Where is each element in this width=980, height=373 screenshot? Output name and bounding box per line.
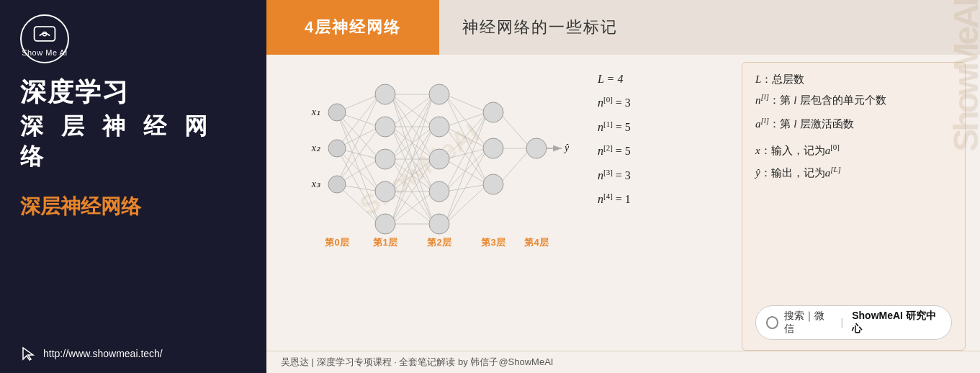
notation-line1: L：总层数 xyxy=(755,73,952,86)
svg-text:ŷ: ŷ xyxy=(563,143,569,153)
eq-n2: n[2] = 5 xyxy=(598,141,727,161)
tab-orange: 4层神经网络 xyxy=(266,0,439,55)
notation-line4: x：输入，记为a[0] xyxy=(755,143,952,158)
website-link[interactable]: http://www.showmeai.tech/ xyxy=(20,346,163,361)
svg-point-64 xyxy=(328,104,346,121)
logo-area: Show Me AI xyxy=(20,14,69,63)
svg-line-52 xyxy=(445,159,487,184)
page-title: 神经网络的一些标记 xyxy=(462,17,618,38)
footer-bar: 吴恩达 | 深度学习专项课程 · 全套笔记解读 by 韩信子@ShowMeAI xyxy=(266,351,980,373)
notation-left: L = 4 n[0] = 3 n[1] = 5 n[2] = 5 n[3] = … xyxy=(598,62,727,351)
footer-text: 吴恩达 | 深度学习专项课程 · 全套笔记解读 by 韩信子@ShowMeAI xyxy=(281,356,553,367)
search-brand: ShowMeAI 研究中心 xyxy=(852,310,941,336)
svg-text:x₃: x₃ xyxy=(311,179,321,189)
notation-line2: n[l]：第 l 层包含的单元个数 xyxy=(755,92,952,107)
svg-text:x₂: x₂ xyxy=(311,143,320,153)
svg-text:第3层: 第3层 xyxy=(481,237,505,248)
logo-text: Show Me AI xyxy=(22,48,68,57)
svg-marker-2 xyxy=(23,348,33,360)
svg-line-9 xyxy=(337,94,379,148)
left-panel: Show Me AI 深度学习 深 层 神 经 网 络 深层神经网络 http:… xyxy=(0,0,266,373)
notation-right: L：总层数 n[l]：第 l 层包含的单元个数 a[l]：第 l 层激活函数 x… xyxy=(742,62,966,351)
sub-title: 深 层 神 经 网 络 xyxy=(20,112,246,171)
search-icon xyxy=(766,316,778,329)
tab-label: 4层神经网络 xyxy=(305,17,401,38)
website-url: http://www.showmeai.tech/ xyxy=(43,348,163,359)
svg-point-75 xyxy=(429,84,449,104)
logo-icon xyxy=(32,21,58,47)
svg-line-44 xyxy=(445,94,487,112)
svg-point-76 xyxy=(429,117,449,137)
svg-line-8 xyxy=(337,112,379,224)
nn-diagram: ShowMeAI xyxy=(281,62,583,351)
eq-n0: n[0] = 3 xyxy=(598,93,727,113)
svg-point-82 xyxy=(483,174,503,194)
svg-line-61 xyxy=(499,148,531,184)
svg-point-65 xyxy=(328,140,346,157)
svg-text:x₁: x₁ xyxy=(311,107,320,117)
svg-text:第1层: 第1层 xyxy=(373,237,397,248)
svg-text:第2层: 第2层 xyxy=(427,237,451,248)
eq-n4: n[4] = 1 xyxy=(598,189,727,210)
main-title: 深度学习 xyxy=(20,76,130,107)
right-panel: ShowMeAI 4层神经网络 神经网络的一些标记 ShowMeAI xyxy=(266,0,980,373)
search-text: 搜索｜微信 xyxy=(784,310,832,336)
svg-point-80 xyxy=(483,102,503,122)
svg-point-78 xyxy=(429,181,449,202)
content-area: ShowMeAI xyxy=(266,55,980,351)
svg-point-77 xyxy=(429,149,449,169)
nn-svg: ShowMeAI xyxy=(281,62,569,264)
svg-point-83 xyxy=(526,138,547,158)
nav-icon xyxy=(20,346,36,361)
svg-point-71 xyxy=(375,117,395,137)
header-gray: 神经网络的一些标记 xyxy=(439,0,980,55)
header-bar: 4层神经网络 神经网络的一些标记 xyxy=(266,0,980,55)
eq-n1: n[1] = 5 xyxy=(598,117,727,138)
svg-point-70 xyxy=(375,84,395,104)
eq-L: L = 4 xyxy=(598,69,727,89)
search-divider: | xyxy=(841,317,844,328)
svg-point-74 xyxy=(375,214,395,234)
notation-line5: ŷ：输出，记为a[L] xyxy=(755,165,952,180)
svg-point-81 xyxy=(483,138,503,158)
logo-circle: Show Me AI xyxy=(20,14,69,63)
nn-svg-container: ShowMeAI xyxy=(281,62,583,266)
svg-point-72 xyxy=(375,149,395,169)
svg-line-59 xyxy=(499,112,531,148)
section-title: 深层神经网络 xyxy=(20,193,141,220)
svg-point-66 xyxy=(328,176,346,193)
svg-point-79 xyxy=(429,214,449,234)
eq-n3: n[3] = 3 xyxy=(598,166,727,186)
search-box[interactable]: 搜索｜微信 | ShowMeAI 研究中心 xyxy=(755,305,952,340)
svg-point-73 xyxy=(375,181,395,202)
svg-text:第0层: 第0层 xyxy=(325,237,349,248)
svg-text:第4层: 第4层 xyxy=(524,237,549,248)
notation-line3: a[l]：第 l 层激活函数 xyxy=(755,116,952,131)
